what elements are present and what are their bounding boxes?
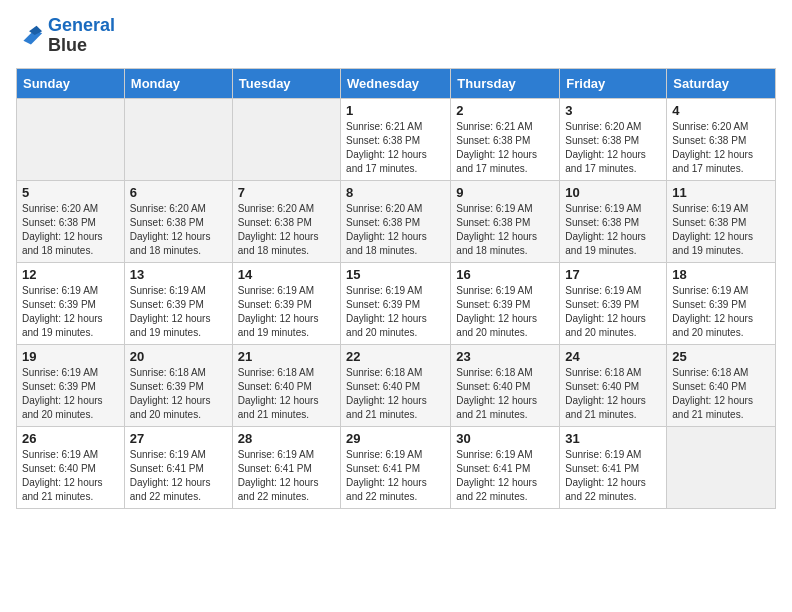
day-info: Sunrise: 6:19 AM Sunset: 6:41 PM Dayligh… [565,448,661,504]
calendar-week-row: 1Sunrise: 6:21 AM Sunset: 6:38 PM Daylig… [17,98,776,180]
calendar-table: SundayMondayTuesdayWednesdayThursdayFrid… [16,68,776,509]
day-number: 11 [672,185,770,200]
page-header: GeneralBlue [16,16,776,56]
day-info: Sunrise: 6:19 AM Sunset: 6:39 PM Dayligh… [672,284,770,340]
day-number: 10 [565,185,661,200]
day-info: Sunrise: 6:19 AM Sunset: 6:38 PM Dayligh… [456,202,554,258]
day-info: Sunrise: 6:21 AM Sunset: 6:38 PM Dayligh… [456,120,554,176]
calendar-cell: 5Sunrise: 6:20 AM Sunset: 6:38 PM Daylig… [17,180,125,262]
day-number: 2 [456,103,554,118]
day-number: 18 [672,267,770,282]
day-info: Sunrise: 6:19 AM Sunset: 6:38 PM Dayligh… [672,202,770,258]
day-info: Sunrise: 6:19 AM Sunset: 6:39 PM Dayligh… [22,366,119,422]
day-of-week-header: Wednesday [341,68,451,98]
day-number: 31 [565,431,661,446]
day-info: Sunrise: 6:18 AM Sunset: 6:40 PM Dayligh… [565,366,661,422]
calendar-cell: 9Sunrise: 6:19 AM Sunset: 6:38 PM Daylig… [451,180,560,262]
day-info: Sunrise: 6:19 AM Sunset: 6:40 PM Dayligh… [22,448,119,504]
day-number: 17 [565,267,661,282]
day-number: 7 [238,185,335,200]
calendar-cell: 21Sunrise: 6:18 AM Sunset: 6:40 PM Dayli… [232,344,340,426]
calendar-cell: 31Sunrise: 6:19 AM Sunset: 6:41 PM Dayli… [560,426,667,508]
day-info: Sunrise: 6:19 AM Sunset: 6:39 PM Dayligh… [130,284,227,340]
calendar-cell: 7Sunrise: 6:20 AM Sunset: 6:38 PM Daylig… [232,180,340,262]
day-number: 12 [22,267,119,282]
calendar-cell: 18Sunrise: 6:19 AM Sunset: 6:39 PM Dayli… [667,262,776,344]
day-info: Sunrise: 6:18 AM Sunset: 6:40 PM Dayligh… [672,366,770,422]
day-of-week-header: Thursday [451,68,560,98]
calendar-cell: 28Sunrise: 6:19 AM Sunset: 6:41 PM Dayli… [232,426,340,508]
day-info: Sunrise: 6:20 AM Sunset: 6:38 PM Dayligh… [565,120,661,176]
day-info: Sunrise: 6:18 AM Sunset: 6:40 PM Dayligh… [346,366,445,422]
day-info: Sunrise: 6:20 AM Sunset: 6:38 PM Dayligh… [346,202,445,258]
calendar-cell: 29Sunrise: 6:19 AM Sunset: 6:41 PM Dayli… [341,426,451,508]
day-number: 21 [238,349,335,364]
day-number: 14 [238,267,335,282]
day-number: 5 [22,185,119,200]
day-info: Sunrise: 6:18 AM Sunset: 6:39 PM Dayligh… [130,366,227,422]
logo-text: GeneralBlue [48,16,115,56]
calendar-week-row: 26Sunrise: 6:19 AM Sunset: 6:40 PM Dayli… [17,426,776,508]
calendar-cell: 27Sunrise: 6:19 AM Sunset: 6:41 PM Dayli… [124,426,232,508]
calendar-cell [17,98,125,180]
day-number: 3 [565,103,661,118]
calendar-week-row: 12Sunrise: 6:19 AM Sunset: 6:39 PM Dayli… [17,262,776,344]
calendar-cell: 10Sunrise: 6:19 AM Sunset: 6:38 PM Dayli… [560,180,667,262]
calendar-week-row: 19Sunrise: 6:19 AM Sunset: 6:39 PM Dayli… [17,344,776,426]
day-of-week-header: Tuesday [232,68,340,98]
day-info: Sunrise: 6:21 AM Sunset: 6:38 PM Dayligh… [346,120,445,176]
day-number: 26 [22,431,119,446]
day-of-week-header: Friday [560,68,667,98]
day-info: Sunrise: 6:20 AM Sunset: 6:38 PM Dayligh… [22,202,119,258]
calendar-cell: 6Sunrise: 6:20 AM Sunset: 6:38 PM Daylig… [124,180,232,262]
calendar-cell: 2Sunrise: 6:21 AM Sunset: 6:38 PM Daylig… [451,98,560,180]
calendar-cell: 13Sunrise: 6:19 AM Sunset: 6:39 PM Dayli… [124,262,232,344]
calendar-header-row: SundayMondayTuesdayWednesdayThursdayFrid… [17,68,776,98]
day-info: Sunrise: 6:19 AM Sunset: 6:39 PM Dayligh… [346,284,445,340]
day-number: 6 [130,185,227,200]
day-number: 19 [22,349,119,364]
calendar-cell [124,98,232,180]
day-info: Sunrise: 6:19 AM Sunset: 6:39 PM Dayligh… [565,284,661,340]
day-info: Sunrise: 6:18 AM Sunset: 6:40 PM Dayligh… [238,366,335,422]
day-of-week-header: Monday [124,68,232,98]
day-info: Sunrise: 6:19 AM Sunset: 6:39 PM Dayligh… [456,284,554,340]
day-info: Sunrise: 6:19 AM Sunset: 6:39 PM Dayligh… [238,284,335,340]
day-number: 25 [672,349,770,364]
logo: GeneralBlue [16,16,115,56]
calendar-cell: 30Sunrise: 6:19 AM Sunset: 6:41 PM Dayli… [451,426,560,508]
day-number: 27 [130,431,227,446]
day-info: Sunrise: 6:18 AM Sunset: 6:40 PM Dayligh… [456,366,554,422]
calendar-cell: 24Sunrise: 6:18 AM Sunset: 6:40 PM Dayli… [560,344,667,426]
calendar-cell: 16Sunrise: 6:19 AM Sunset: 6:39 PM Dayli… [451,262,560,344]
day-of-week-header: Saturday [667,68,776,98]
day-info: Sunrise: 6:19 AM Sunset: 6:39 PM Dayligh… [22,284,119,340]
day-of-week-header: Sunday [17,68,125,98]
day-info: Sunrise: 6:20 AM Sunset: 6:38 PM Dayligh… [130,202,227,258]
day-number: 4 [672,103,770,118]
calendar-cell: 22Sunrise: 6:18 AM Sunset: 6:40 PM Dayli… [341,344,451,426]
calendar-cell [232,98,340,180]
calendar-cell: 1Sunrise: 6:21 AM Sunset: 6:38 PM Daylig… [341,98,451,180]
calendar-cell [667,426,776,508]
day-number: 8 [346,185,445,200]
day-number: 20 [130,349,227,364]
day-number: 16 [456,267,554,282]
calendar-cell: 14Sunrise: 6:19 AM Sunset: 6:39 PM Dayli… [232,262,340,344]
calendar-cell: 11Sunrise: 6:19 AM Sunset: 6:38 PM Dayli… [667,180,776,262]
day-number: 1 [346,103,445,118]
calendar-cell: 20Sunrise: 6:18 AM Sunset: 6:39 PM Dayli… [124,344,232,426]
calendar-cell: 3Sunrise: 6:20 AM Sunset: 6:38 PM Daylig… [560,98,667,180]
day-number: 30 [456,431,554,446]
calendar-cell: 4Sunrise: 6:20 AM Sunset: 6:38 PM Daylig… [667,98,776,180]
day-info: Sunrise: 6:20 AM Sunset: 6:38 PM Dayligh… [238,202,335,258]
day-info: Sunrise: 6:19 AM Sunset: 6:41 PM Dayligh… [238,448,335,504]
day-number: 24 [565,349,661,364]
day-number: 28 [238,431,335,446]
calendar-cell: 19Sunrise: 6:19 AM Sunset: 6:39 PM Dayli… [17,344,125,426]
calendar-cell: 26Sunrise: 6:19 AM Sunset: 6:40 PM Dayli… [17,426,125,508]
calendar-cell: 17Sunrise: 6:19 AM Sunset: 6:39 PM Dayli… [560,262,667,344]
day-info: Sunrise: 6:19 AM Sunset: 6:38 PM Dayligh… [565,202,661,258]
calendar-week-row: 5Sunrise: 6:20 AM Sunset: 6:38 PM Daylig… [17,180,776,262]
calendar-cell: 8Sunrise: 6:20 AM Sunset: 6:38 PM Daylig… [341,180,451,262]
